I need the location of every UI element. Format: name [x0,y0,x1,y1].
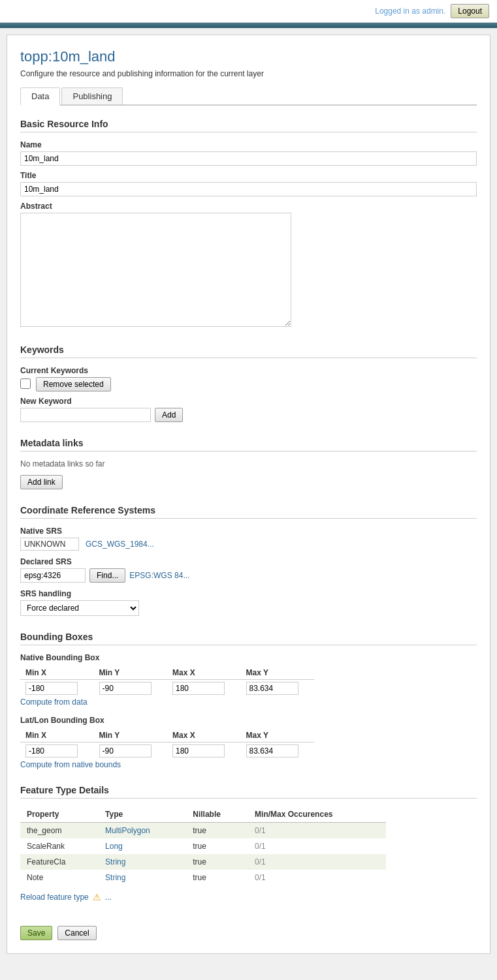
add-keyword-button[interactable]: Add [155,408,183,422]
no-metadata-text: No metadata links so far [20,459,477,468]
declared-srs-input[interactable] [20,568,86,583]
minmax-cell: 0/1 [248,823,386,839]
tab-data[interactable]: Data [20,87,60,106]
tab-publishing[interactable]: Publishing [61,87,123,104]
abstract-input[interactable] [20,213,291,327]
content-wrapper: topp:10m_land Configure the resource and… [7,35,490,954]
metadata-links-section: Metadata links No metadata links so far … [20,438,477,489]
col-max-y-ll: Max Y [241,729,315,743]
warning-icon: ⚠ [93,892,101,902]
native-bbox-row [20,680,314,697]
col-max-x-ll: Max X [167,729,241,743]
declared-srs-row: Find... EPSG:WGS 84... [20,568,477,583]
reload-row: Reload feature type ⚠ ... [20,892,477,902]
type-cell: MultiPolygon [99,823,186,839]
property-cell: the_geom [20,823,99,839]
keywords-title: Keywords [20,345,477,358]
minmax-cell: 0/1 [248,870,386,885]
table-row: the_geom MultiPolygon true 0/1 [20,823,386,839]
page-subtitle: Configure the resource and publishing in… [20,69,477,78]
native-min-y-input[interactable] [99,682,152,695]
nillable-cell: true [186,838,248,854]
latlon-bbox-table: Min X Min Y Max X Max Y [20,729,314,759]
latlon-min-x-input[interactable] [25,744,78,758]
minmax-cell: 0/1 [248,838,386,854]
col-min-y-ll: Min Y [94,729,168,743]
keywords-section: Keywords Current Keywords Remove selecte… [20,345,477,422]
crs-section: Coordinate Reference Systems Native SRS … [20,505,477,616]
crs-title: Coordinate Reference Systems [20,505,477,519]
nillable-cell: true [186,854,248,870]
latlon-max-x-input[interactable] [172,744,225,758]
nillable-cell: true [186,823,248,839]
native-srs-label: Native SRS [20,527,477,536]
table-row: ScaleRank Long true 0/1 [20,838,386,854]
add-link-button[interactable]: Add link [20,475,63,489]
srs-handling-select[interactable]: Force declared Keep native Reproject nat… [20,600,139,616]
property-cell: Note [20,870,99,885]
native-min-x-input[interactable] [25,682,78,695]
col-max-x: Max X [167,666,241,680]
bottom-buttons: Save Cancel [20,918,477,940]
reload-feature-type-link[interactable]: Reload feature type [20,893,89,902]
current-keywords-label: Current Keywords [20,366,477,375]
native-bbox-label: Native Bounding Box [20,653,477,662]
basic-resource-section: Basic Resource Info Name Title Abstract [20,119,477,329]
bounding-boxes-section: Bounding Boxes Native Bounding Box Min X… [20,632,477,769]
col-minmax: Min/Max Occurences [248,806,386,823]
logout-button[interactable]: Logout [451,4,489,18]
keywords-list: Remove selected [20,377,477,391]
latlon-bbox-subsection: Lat/Lon Bounding Box Min X Min Y Max X M… [20,716,477,769]
declared-srs-label: Declared SRS [20,557,477,566]
col-min-x-ll: Min X [20,729,94,743]
new-keyword-row: Add [20,408,477,422]
keyword-checkbox[interactable] [20,378,31,389]
declared-srs-link[interactable]: EPSG:WGS 84... [129,571,189,580]
save-button[interactable]: Save [20,926,52,940]
name-field-label: Name [20,140,477,149]
compute-from-data-link[interactable]: Compute from data [20,697,88,707]
metadata-links-title: Metadata links [20,438,477,452]
find-srs-button[interactable]: Find... [89,568,125,583]
compute-from-native-link[interactable]: Compute from native bounds [20,760,121,769]
nillable-cell: true [186,870,248,885]
dots-link[interactable]: ... [105,893,112,902]
remove-selected-button[interactable]: Remove selected [36,377,111,391]
srs-handling-label: SRS handling [20,589,477,598]
title-input[interactable] [20,182,477,196]
native-srs-value: UNKNOWN [20,538,79,551]
col-type: Type [99,806,186,823]
title-field-label: Title [20,171,477,180]
basic-resource-title: Basic Resource Info [20,119,477,132]
table-row: FeatureCla String true 0/1 [20,854,386,870]
col-nillable: Nillable [186,806,248,823]
native-max-x-input[interactable] [172,682,225,695]
col-property: Property [20,806,99,823]
native-srs-link[interactable]: GCS_WGS_1984... [86,540,154,549]
native-bbox-table: Min X Min Y Max X Max Y [20,666,314,697]
latlon-bbox-row [20,743,314,760]
table-row: Note String true 0/1 [20,870,386,885]
native-bbox-subsection: Native Bounding Box Min X Min Y Max X Ma… [20,653,477,707]
bounding-boxes-title: Bounding Boxes [20,632,477,645]
top-bar: Logged in as admin. Logout [0,0,497,23]
property-cell: FeatureCla [20,854,99,870]
feature-type-section: Feature Type Details Property Type Nilla… [20,785,477,902]
name-input[interactable] [20,151,477,166]
logged-in-text: Logged in as admin. [375,7,445,16]
latlon-max-y-input[interactable] [246,744,298,758]
header-bar [0,23,497,28]
type-cell: String [99,870,186,885]
feature-type-table: Property Type Nillable Min/Max Occurence… [20,806,386,885]
feature-type-title: Feature Type Details [20,785,477,799]
col-min-y: Min Y [94,666,168,680]
native-srs-row: UNKNOWN GCS_WGS_1984... [20,538,477,551]
col-min-x: Min X [20,666,94,680]
native-max-y-input[interactable] [246,682,298,695]
latlon-min-y-input[interactable] [99,744,152,758]
abstract-field-label: Abstract [20,202,477,211]
new-keyword-input[interactable] [20,408,151,422]
col-max-y: Max Y [241,666,315,680]
cancel-button[interactable]: Cancel [57,926,96,940]
tabs: Data Publishing [20,87,477,106]
